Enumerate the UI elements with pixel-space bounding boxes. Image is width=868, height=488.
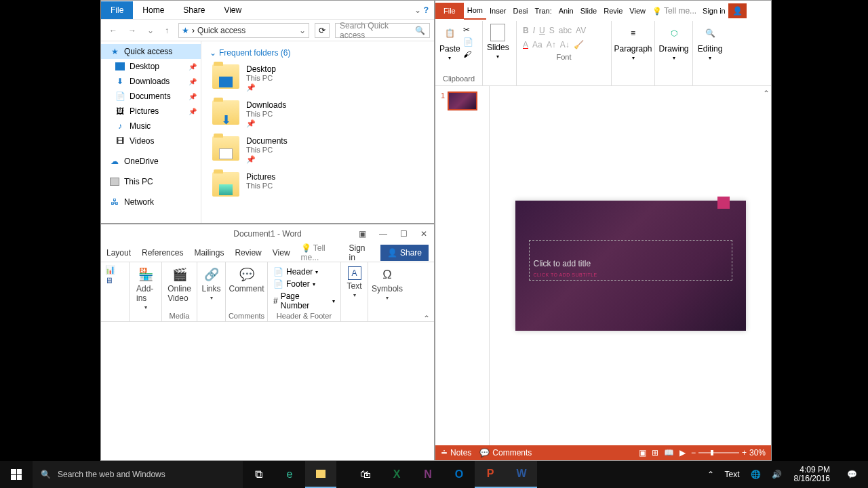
text-button[interactable]: A Text ▾: [345, 265, 363, 300]
zoom-control[interactable]: − + 30%: [691, 448, 766, 458]
text-input-indicator[interactable]: Text: [722, 470, 743, 479]
cut-icon[interactable]: ✂: [463, 25, 473, 35]
chevron-down-icon[interactable]: ⌄: [414, 5, 421, 15]
word-taskbar-icon[interactable]: W: [506, 461, 537, 488]
slides-button[interactable]: Slides ▾: [486, 22, 511, 61]
ppt-review-tab[interactable]: Revie: [600, 3, 626, 19]
online-video-button[interactable]: 🎬 Online Video: [166, 265, 193, 304]
file-tab[interactable]: File: [101, 1, 133, 19]
volume-tray-icon[interactable]: 🔊: [769, 470, 785, 479]
maximize-button[interactable]: ☐: [393, 226, 414, 242]
comments-button[interactable]: 💬 Comments: [479, 448, 532, 458]
taskbar-search[interactable]: 🔍 Search the web and Windows: [33, 461, 243, 488]
notes-button[interactable]: ≐ Notes: [441, 448, 471, 458]
home-tab[interactable]: Home: [133, 1, 174, 19]
folder-desktop[interactable]: DesktopThis PC📌: [210, 60, 426, 96]
tab-review[interactable]: Review: [235, 248, 261, 258]
editing-button[interactable]: 🔍 Editing ▾: [696, 22, 724, 62]
format-painter-icon[interactable]: 🖌: [463, 49, 473, 59]
change-case-button[interactable]: Aa: [532, 40, 542, 49]
chart-icon[interactable]: 📊: [105, 265, 125, 274]
minimize-button[interactable]: —: [373, 226, 393, 242]
sidebar-downloads[interactable]: ⬇Downloads📌: [101, 74, 201, 89]
ppt-slideshow-tab[interactable]: Slide: [577, 3, 600, 19]
back-button[interactable]: ←: [105, 24, 121, 37]
word-document-canvas[interactable]: [101, 322, 434, 460]
folder-downloads[interactable]: ⬇ DownloadsThis PC📌: [210, 96, 426, 132]
share-tab[interactable]: Share: [174, 1, 214, 19]
collapse-ribbon-icon[interactable]: ⌃: [423, 314, 430, 323]
folder-documents[interactable]: DocumentsThis PC📌: [210, 132, 426, 168]
sign-in-link[interactable]: Sign in: [349, 243, 370, 262]
help-icon[interactable]: ?: [424, 5, 429, 15]
recent-dropdown[interactable]: ⌄: [143, 24, 158, 37]
powerpoint-taskbar-icon[interactable]: P: [475, 461, 506, 488]
reading-view-icon[interactable]: 📖: [664, 448, 674, 458]
collapse-ribbon-icon[interactable]: ⌃: [763, 89, 770, 98]
taskbar-clock[interactable]: 4:09 PM 8/16/2016: [790, 466, 834, 483]
tab-layout[interactable]: Layout: [106, 248, 131, 258]
onenote-taskbar-icon[interactable]: N: [412, 461, 443, 488]
task-view-button[interactable]: ⧉: [243, 461, 274, 488]
paragraph-button[interactable]: ≡ Paragraph ▾: [614, 22, 652, 62]
tray-expand-icon[interactable]: ⌃: [705, 470, 717, 479]
drawing-button[interactable]: ⬡ Drawing ▾: [658, 22, 690, 62]
refresh-button[interactable]: ⟳: [315, 23, 330, 38]
page-number-button[interactable]: #Page Number ▾: [272, 291, 336, 311]
ppt-home-tab[interactable]: Hom: [464, 2, 486, 20]
tab-references[interactable]: References: [142, 248, 183, 258]
paste-button[interactable]: 📋 Paste ▾: [438, 22, 462, 62]
clear-formatting-button[interactable]: 🧹: [574, 40, 584, 49]
forward-button[interactable]: →: [124, 24, 140, 37]
close-button[interactable]: ✕: [414, 226, 434, 242]
excel-taskbar-icon[interactable]: X: [381, 461, 412, 488]
italic-button[interactable]: I: [533, 26, 535, 35]
slideshow-view-icon[interactable]: ▶: [679, 448, 686, 458]
edge-icon[interactable]: e: [274, 461, 305, 488]
increase-font-button[interactable]: A↑: [547, 40, 556, 49]
sidebar-music[interactable]: ♪Music: [101, 119, 201, 134]
folder-pictures[interactable]: PicturesThis PC: [210, 168, 426, 201]
zoom-slider[interactable]: [698, 452, 739, 453]
frequent-folders-header[interactable]: ⌄Frequent folders (6): [210, 45, 426, 60]
file-explorer-taskbar-icon[interactable]: [305, 461, 336, 488]
ppt-design-tab[interactable]: Desi: [509, 3, 531, 19]
sidebar-this-pc[interactable]: This PC: [101, 174, 201, 189]
links-button[interactable]: 🔗 Links ▾: [201, 265, 221, 302]
screenshot-icon[interactable]: 🖥: [105, 276, 125, 285]
store-taskbar-icon[interactable]: 🛍: [350, 461, 381, 488]
up-button[interactable]: ↑: [161, 24, 173, 37]
ppt-view-tab[interactable]: View: [626, 3, 649, 19]
ppt-file-tab[interactable]: File: [435, 3, 464, 19]
outlook-taskbar-icon[interactable]: O: [443, 461, 475, 488]
footer-button[interactable]: 📄Footer ▾: [272, 279, 336, 289]
view-tab[interactable]: View: [214, 1, 251, 19]
symbols-button[interactable]: Ω Symbols ▾: [372, 265, 402, 302]
ppt-insert-tab[interactable]: Inser: [486, 3, 509, 19]
ppt-animations-tab[interactable]: Anin: [555, 3, 577, 19]
slide-title-placeholder[interactable]: Click to add title CLICK TO ADD SUBTITLE: [529, 240, 732, 281]
address-segment[interactable]: Quick access: [197, 26, 245, 35]
copy-icon[interactable]: 📄: [463, 37, 473, 47]
shadow-button[interactable]: S: [549, 26, 555, 35]
address-bar[interactable]: ★ › Quick access ⌄: [178, 23, 309, 38]
ppt-transitions-tab[interactable]: Tran:: [531, 3, 555, 19]
explorer-search[interactable]: Search Quick access 🔍: [335, 23, 430, 38]
addins-button[interactable]: 🏪 Add-ins ▾: [134, 265, 157, 312]
address-dropdown-icon[interactable]: ⌄: [299, 26, 306, 35]
underline-button[interactable]: U: [539, 26, 545, 35]
tab-mailings[interactable]: Mailings: [194, 248, 224, 258]
user-icon[interactable]: 👤: [728, 3, 747, 18]
sidebar-documents[interactable]: 📄Documents📌: [101, 89, 201, 104]
ribbon-display-options[interactable]: ▣: [355, 229, 369, 239]
ppt-sign-in[interactable]: Sign in: [703, 7, 726, 15]
zoom-level[interactable]: 30%: [749, 448, 766, 458]
sidebar-onedrive[interactable]: ☁OneDrive: [101, 154, 201, 169]
slide-canvas[interactable]: Click to add title CLICK TO ADD SUBTITLE: [490, 86, 771, 445]
header-button[interactable]: 📄Header ▾: [272, 266, 336, 277]
normal-view-icon[interactable]: ▣: [639, 448, 646, 458]
slide-subtitle-placeholder[interactable]: CLICK TO ADD SUBTITLE: [534, 272, 728, 277]
tell-me[interactable]: 💡 Tell me...: [301, 243, 338, 262]
slide-sorter-icon[interactable]: ⊞: [652, 448, 658, 458]
zoom-out-icon[interactable]: −: [691, 448, 696, 458]
